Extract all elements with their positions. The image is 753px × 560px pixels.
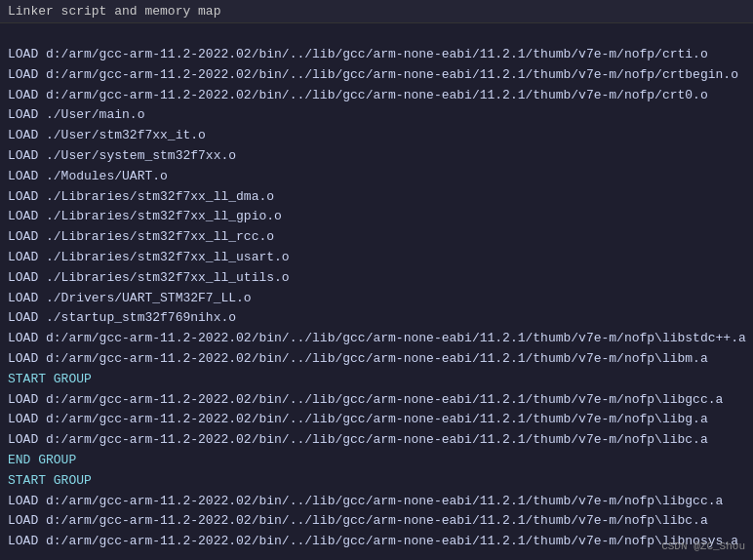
line-item: LOAD ./Drivers/UART_STM32F7_LL.o	[8, 289, 745, 309]
line-item: LOAD d:/arm/gcc-arm-11.2-2022.02/bin/../…	[8, 86, 745, 106]
line-item: LOAD ./Libraries/stm32f7xx_ll_rcc.o	[8, 227, 745, 248]
line-item: LOAD d:/arm/gcc-arm-11.2-2022.02/bin/../…	[8, 410, 745, 430]
line-item: LOAD d:/arm/gcc-arm-11.2-2022.02/bin/../…	[8, 390, 745, 411]
line-item: START GROUP	[8, 370, 745, 390]
line-item: LOAD ./Modules/UART.o	[8, 167, 745, 187]
watermark: CSDN @ZC_Shou	[661, 540, 745, 552]
main-container: Linker script and memory map LOAD d:/arm…	[0, 0, 753, 560]
line-item: LOAD ./User/main.o	[8, 105, 745, 126]
line-item: LOAD d:/arm/gcc-arm-11.2-2022.02/bin/../…	[8, 349, 745, 370]
line-item: END GROUP	[8, 552, 745, 554]
line-item: LOAD d:/arm/gcc-arm-11.2-2022.02/bin/../…	[8, 532, 745, 552]
line-item: LOAD ./User/stm32f7xx_it.o	[8, 126, 745, 146]
line-item: LOAD d:/arm/gcc-arm-11.2-2022.02/bin/../…	[8, 45, 745, 65]
line-item: END GROUP	[8, 451, 745, 471]
line-item: LOAD ./Libraries/stm32f7xx_ll_gpio.o	[8, 207, 745, 227]
line-item: LOAD d:/arm/gcc-arm-11.2-2022.02/bin/../…	[8, 329, 745, 349]
title-text: Linker script and memory map	[8, 4, 220, 19]
line-item: LOAD ./Libraries/stm32f7xx_ll_dma.o	[8, 187, 745, 208]
line-item: LOAD ./Libraries/stm32f7xx_ll_usart.o	[8, 248, 745, 268]
title-bar: Linker script and memory map	[0, 0, 753, 23]
content-area[interactable]: LOAD d:/arm/gcc-arm-11.2-2022.02/bin/../…	[0, 23, 753, 554]
line-item: LOAD d:/arm/gcc-arm-11.2-2022.02/bin/../…	[8, 65, 745, 86]
line-item: LOAD ./startup_stm32f769nihx.o	[8, 308, 745, 329]
line-item: LOAD d:/arm/gcc-arm-11.2-2022.02/bin/../…	[8, 511, 745, 532]
line-item: LOAD ./Libraries/stm32f7xx_ll_utils.o	[8, 268, 745, 289]
line-item: LOAD d:/arm/gcc-arm-11.2-2022.02/bin/../…	[8, 492, 745, 512]
line-item: LOAD ./User/system_stm32f7xx.o	[8, 146, 745, 167]
line-item: START GROUP	[8, 471, 745, 492]
line-item: LOAD d:/arm/gcc-arm-11.2-2022.02/bin/../…	[8, 430, 745, 451]
line-item	[8, 29, 745, 45]
